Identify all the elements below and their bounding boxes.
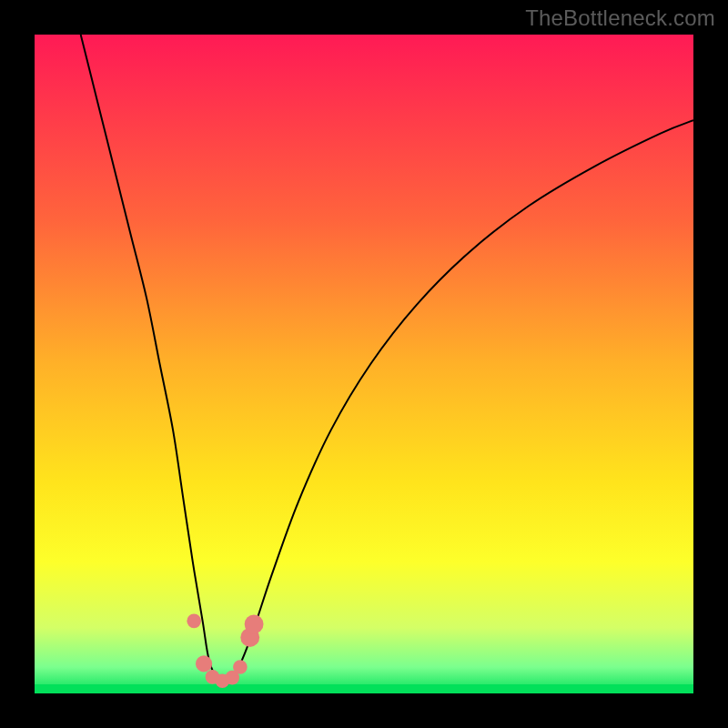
- chart-background: [35, 35, 693, 693]
- curve-marker: [233, 660, 248, 674]
- chart-frame: TheBottleneck.com: [0, 0, 728, 728]
- curve-marker: [196, 655, 212, 672]
- chart-plot-area: [35, 35, 693, 693]
- curve-marker: [187, 614, 201, 629]
- chart-svg: [35, 35, 693, 693]
- chart-bottom-band: [35, 684, 693, 693]
- watermark-text: TheBottleneck.com: [525, 5, 715, 31]
- curve-marker: [245, 615, 264, 634]
